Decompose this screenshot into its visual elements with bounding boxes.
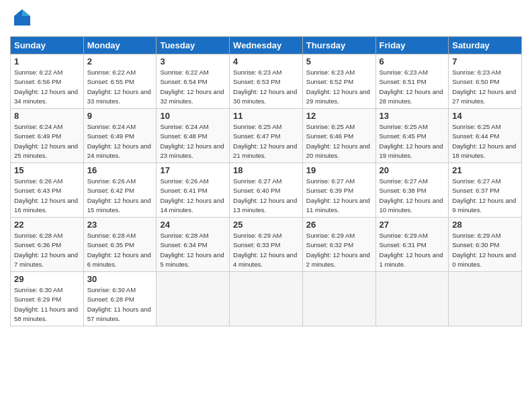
daylight-label: Daylight: 12 hours and 27 minutes. (452, 88, 516, 105)
week-row-2: 8 Sunrise: 6:24 AM Sunset: 6:49 PM Dayli… (11, 109, 522, 163)
sunset-label: Sunset: 6:31 PM (380, 241, 427, 248)
day-info: Sunrise: 6:29 AM Sunset: 6:33 PM Dayligh… (233, 231, 299, 269)
day-number: 2 (87, 56, 153, 66)
daylight-label: Daylight: 12 hours and 14 minutes. (160, 197, 224, 214)
daylight-label: Daylight: 12 hours and 30 minutes. (233, 88, 297, 105)
day-number: 14 (452, 111, 518, 121)
day-info: Sunrise: 6:30 AM Sunset: 6:29 PM Dayligh… (14, 285, 80, 324)
daylight-label: Daylight: 12 hours and 29 minutes. (306, 88, 370, 105)
daylight-label: Daylight: 12 hours and 10 minutes. (380, 197, 443, 214)
daylight-label: Daylight: 12 hours and 9 minutes. (452, 197, 516, 214)
daylight-label: Daylight: 12 hours and 24 minutes. (87, 142, 151, 159)
week-row-5: 29 Sunrise: 6:30 AM Sunset: 6:29 PM Dayl… (11, 272, 522, 326)
day-number: 15 (14, 165, 80, 175)
calendar-cell (230, 272, 303, 326)
daylight-label: Daylight: 12 hours and 33 minutes. (87, 88, 151, 105)
sunset-label: Sunset: 6:50 PM (452, 78, 499, 85)
day-info: Sunrise: 6:26 AM Sunset: 6:42 PM Dayligh… (87, 177, 153, 215)
calendar-cell: 17 Sunrise: 6:26 AM Sunset: 6:41 PM Dayl… (157, 163, 230, 218)
day-number: 28 (452, 220, 518, 230)
sunset-label: Sunset: 6:29 PM (14, 295, 61, 303)
daylight-label: Daylight: 12 hours and 1 minute. (380, 251, 443, 268)
calendar-cell (157, 272, 230, 326)
day-header-saturday: Saturday (449, 37, 522, 54)
sunset-label: Sunset: 6:52 PM (306, 78, 353, 85)
day-info: Sunrise: 6:28 AM Sunset: 6:34 PM Dayligh… (160, 231, 226, 269)
day-info: Sunrise: 6:27 AM Sunset: 6:38 PM Dayligh… (380, 177, 445, 215)
sunset-label: Sunset: 6:39 PM (306, 187, 353, 194)
daylight-label: Daylight: 12 hours and 20 minutes. (306, 142, 370, 159)
sunrise-label: Sunrise: 6:26 AM (87, 177, 136, 185)
daylight-label: Daylight: 12 hours and 21 minutes. (233, 142, 297, 159)
calendar-cell (449, 272, 522, 326)
day-info: Sunrise: 6:28 AM Sunset: 6:36 PM Dayligh… (14, 231, 80, 269)
day-number: 19 (306, 165, 372, 175)
sunset-label: Sunset: 6:28 PM (87, 295, 134, 303)
daylight-label: Daylight: 12 hours and 6 minutes. (87, 251, 151, 268)
sunset-label: Sunset: 6:46 PM (306, 132, 353, 140)
sunset-label: Sunset: 6:56 PM (14, 78, 61, 85)
day-header-friday: Friday (375, 37, 449, 54)
calendar-cell: 7 Sunrise: 6:23 AM Sunset: 6:50 PM Dayli… (449, 54, 522, 109)
sunset-label: Sunset: 6:41 PM (160, 187, 207, 194)
day-number: 23 (87, 220, 153, 230)
day-header-wednesday: Wednesday (230, 37, 303, 54)
calendar-cell: 13 Sunrise: 6:25 AM Sunset: 6:45 PM Dayl… (375, 109, 449, 163)
day-number: 6 (380, 56, 445, 66)
day-number: 18 (233, 165, 299, 175)
day-number: 1 (14, 56, 80, 66)
sunset-label: Sunset: 6:34 PM (160, 241, 207, 248)
day-info: Sunrise: 6:24 AM Sunset: 6:48 PM Dayligh… (160, 122, 226, 161)
sunrise-label: Sunrise: 6:24 AM (14, 123, 62, 130)
sunset-label: Sunset: 6:45 PM (380, 132, 427, 140)
calendar-cell: 18 Sunrise: 6:27 AM Sunset: 6:40 PM Dayl… (230, 163, 303, 218)
calendar-cell: 24 Sunrise: 6:28 AM Sunset: 6:34 PM Dayl… (157, 218, 230, 272)
day-number: 21 (452, 165, 518, 175)
day-number: 12 (306, 111, 372, 121)
daylight-label: Daylight: 12 hours and 16 minutes. (14, 197, 78, 214)
page-container: SundayMondayTuesdayWednesdayThursdayFrid… (0, 0, 532, 333)
sunrise-label: Sunrise: 6:24 AM (87, 123, 136, 130)
day-number: 27 (380, 220, 445, 230)
day-number: 4 (233, 56, 299, 66)
day-info: Sunrise: 6:30 AM Sunset: 6:28 PM Dayligh… (87, 285, 153, 324)
day-number: 13 (380, 111, 445, 121)
daylight-label: Daylight: 12 hours and 2 minutes. (306, 251, 370, 268)
calendar-cell: 23 Sunrise: 6:28 AM Sunset: 6:35 PM Dayl… (83, 218, 157, 272)
day-number: 26 (306, 220, 372, 230)
day-number: 29 (14, 274, 80, 284)
sunrise-label: Sunrise: 6:25 AM (306, 123, 355, 130)
calendar-cell: 2 Sunrise: 6:22 AM Sunset: 6:55 PM Dayli… (83, 54, 157, 109)
day-number: 7 (452, 56, 518, 66)
calendar-cell: 9 Sunrise: 6:24 AM Sunset: 6:49 PM Dayli… (83, 109, 157, 163)
sunrise-label: Sunrise: 6:29 AM (380, 232, 428, 239)
day-info: Sunrise: 6:23 AM Sunset: 6:51 PM Dayligh… (380, 68, 445, 106)
daylight-label: Daylight: 12 hours and 15 minutes. (87, 197, 151, 214)
sunrise-label: Sunrise: 6:26 AM (160, 177, 208, 185)
sunset-label: Sunset: 6:36 PM (14, 241, 61, 248)
sunrise-label: Sunrise: 6:30 AM (14, 286, 62, 293)
day-header-sunday: Sunday (11, 37, 84, 54)
sunset-label: Sunset: 6:42 PM (87, 187, 134, 194)
calendar-cell: 15 Sunrise: 6:26 AM Sunset: 6:43 PM Dayl… (11, 163, 84, 218)
daylight-label: Daylight: 12 hours and 5 minutes. (160, 251, 224, 268)
sunset-label: Sunset: 6:53 PM (233, 78, 280, 85)
day-header-monday: Monday (83, 37, 157, 54)
day-info: Sunrise: 6:24 AM Sunset: 6:49 PM Dayligh… (14, 122, 80, 161)
day-info: Sunrise: 6:24 AM Sunset: 6:49 PM Dayligh… (87, 122, 153, 161)
sunset-label: Sunset: 6:47 PM (233, 132, 280, 140)
day-info: Sunrise: 6:22 AM Sunset: 6:55 PM Dayligh… (87, 68, 153, 106)
logo-icon (10, 7, 34, 31)
sunset-label: Sunset: 6:49 PM (87, 132, 134, 140)
daylight-label: Daylight: 12 hours and 25 minutes. (14, 142, 78, 159)
logo (10, 7, 37, 31)
day-number: 30 (87, 274, 153, 284)
day-info: Sunrise: 6:25 AM Sunset: 6:46 PM Dayligh… (306, 122, 372, 161)
daylight-label: Daylight: 12 hours and 11 minutes. (306, 197, 370, 214)
sunset-label: Sunset: 6:32 PM (306, 241, 353, 248)
calendar-cell: 29 Sunrise: 6:30 AM Sunset: 6:29 PM Dayl… (11, 272, 84, 326)
sunset-label: Sunset: 6:43 PM (14, 187, 61, 194)
day-number: 17 (160, 165, 226, 175)
calendar-cell: 20 Sunrise: 6:27 AM Sunset: 6:38 PM Dayl… (375, 163, 449, 218)
daylight-label: Daylight: 11 hours and 57 minutes. (87, 306, 151, 322)
